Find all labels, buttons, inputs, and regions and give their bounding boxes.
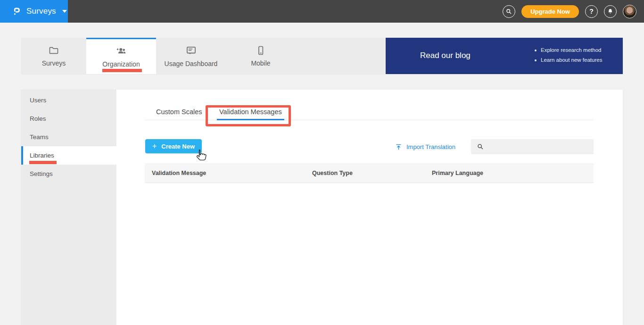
folder-icon	[48, 45, 59, 56]
blog-bullet-text: Explore research method	[541, 45, 601, 55]
module-tab-mobile[interactable]: Mobile	[226, 38, 296, 74]
sidebar-item-users[interactable]: Users	[21, 91, 116, 109]
organization-sidebar: Users Roles Teams Libraries Settings	[21, 90, 116, 325]
module-tab-surveys[interactable]: Surveys	[21, 38, 86, 74]
question-mark-icon: ?	[589, 8, 594, 15]
pointer-cursor-icon	[195, 149, 207, 163]
tab-custom-scales[interactable]: Custom Scales	[154, 105, 205, 120]
import-upload-icon	[395, 143, 402, 150]
blog-bullet: Explore research method	[535, 45, 602, 55]
add-people-icon	[116, 45, 127, 57]
search-field-icon	[477, 143, 484, 150]
avatar[interactable]	[623, 5, 636, 18]
notifications-button[interactable]	[604, 5, 617, 18]
annotation-organization-underline	[102, 69, 142, 72]
blog-promo-title: Read our blog	[420, 51, 471, 60]
search-button[interactable]	[503, 5, 515, 18]
module-tab-usage-dashboard[interactable]: Usage Dashboard	[156, 38, 226, 74]
blog-bullet-text: Learn about new features	[541, 55, 602, 65]
column-header-validation-message: Validation Message	[145, 170, 312, 176]
blog-bullet: Learn about new features	[535, 55, 602, 65]
table-search	[471, 139, 594, 154]
main-panel: Users Roles Teams Libraries Settings Cus…	[21, 90, 623, 325]
toolbar-right: Import Translation	[395, 139, 594, 154]
toolbar: + Create New Import Translation	[145, 139, 594, 155]
plus-icon: +	[152, 142, 157, 150]
bullet-dot-icon	[535, 59, 537, 61]
libraries-content: Custom Scales Validation Messages + Crea…	[116, 90, 623, 325]
table-header-row: Validation Message Question Type Primary…	[145, 163, 594, 183]
search-input[interactable]	[488, 143, 582, 150]
product-switcher[interactable]: Surveys	[0, 0, 68, 23]
product-name: Surveys	[26, 7, 56, 16]
dashboard-card-icon	[185, 45, 197, 57]
smartphone-icon	[255, 45, 266, 56]
bullet-dot-icon	[535, 50, 537, 51]
import-translation-link[interactable]: Import Translation	[395, 143, 455, 150]
questionpro-logo-icon	[13, 7, 20, 16]
create-new-button[interactable]: + Create New	[145, 139, 202, 153]
blog-promo-banner[interactable]: Read our blog Explore research method Le…	[386, 38, 623, 74]
upgrade-now-button[interactable]: Upgrade Now	[521, 5, 579, 18]
sidebar-item-teams[interactable]: Teams	[21, 128, 116, 146]
column-header-question-type: Question Type	[312, 170, 432, 176]
module-tab-label: Mobile	[251, 59, 270, 67]
topbar-actions: Upgrade Now ?	[503, 0, 636, 23]
create-new-label: Create New	[161, 143, 195, 150]
chevron-down-icon	[62, 10, 67, 13]
module-tab-label: Usage Dashboard	[165, 60, 218, 67]
bell-icon	[607, 8, 614, 15]
module-tab-label: Organization	[102, 60, 140, 68]
annotation-libraries-underline	[29, 161, 57, 164]
import-translation-label: Import Translation	[406, 143, 455, 150]
column-header-primary-language: Primary Language	[432, 170, 594, 176]
annotation-validation-messages-box	[206, 105, 291, 126]
search-icon	[505, 8, 512, 15]
module-tab-label: Surveys	[42, 59, 66, 67]
app-screen: Surveys Upgrade Now ?	[0, 0, 644, 325]
help-button[interactable]: ?	[585, 5, 598, 18]
sidebar-item-settings[interactable]: Settings	[21, 165, 116, 183]
top-bar: Surveys Upgrade Now ?	[0, 0, 644, 23]
blog-promo-bullets: Explore research method Learn about new …	[535, 45, 602, 65]
sidebar-item-roles[interactable]: Roles	[21, 109, 116, 128]
